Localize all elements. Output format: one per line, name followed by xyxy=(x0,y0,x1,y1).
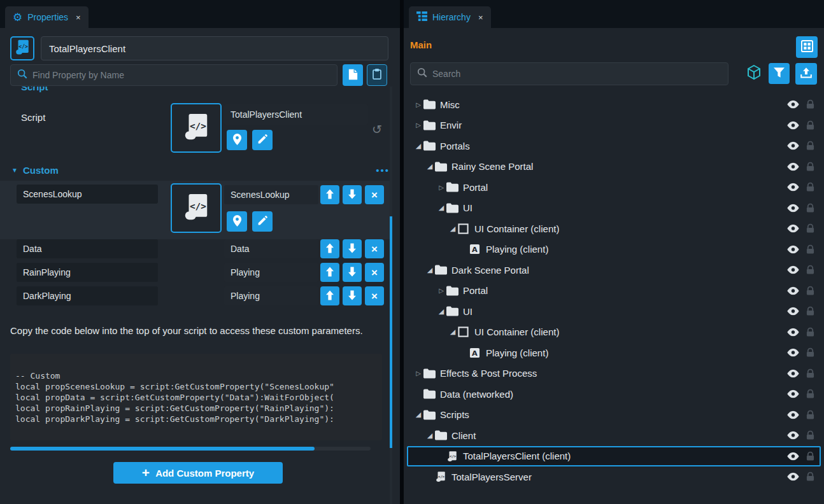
lock-icon[interactable] xyxy=(806,389,814,399)
visibility-eye-icon[interactable] xyxy=(787,162,799,171)
expand-arrow-expanded-icon[interactable]: ◢ xyxy=(448,328,458,336)
horizontal-scrollbar[interactable] xyxy=(10,447,371,451)
expand-arrow-collapsed-icon[interactable]: ▷ xyxy=(413,101,423,108)
visibility-eye-icon[interactable] xyxy=(787,121,799,129)
tab-hierarchy[interactable]: Hierarchy × xyxy=(409,6,491,28)
close-icon[interactable]: × xyxy=(76,13,81,22)
expand-arrow-expanded-icon[interactable]: ◢ xyxy=(425,431,435,440)
delete-property-button[interactable]: × xyxy=(365,286,384,305)
custom-property-name-field[interactable]: ScenesLookup xyxy=(17,185,158,204)
visibility-eye-icon[interactable] xyxy=(787,410,799,419)
visibility-eye-icon[interactable] xyxy=(787,431,799,440)
edit-script-button[interactable] xyxy=(252,211,273,232)
lock-icon[interactable] xyxy=(806,472,814,482)
script-asset-slot[interactable]: </> xyxy=(171,183,222,233)
paste-properties-button[interactable] xyxy=(367,64,387,86)
tree-item-scripts[interactable]: ◢Scripts xyxy=(407,405,821,426)
vertical-scrollbar-thumb[interactable] xyxy=(390,216,392,448)
visibility-eye-icon[interactable] xyxy=(787,328,799,336)
visibility-eye-icon[interactable] xyxy=(787,349,799,357)
section-menu-dots-icon[interactable]: ••• xyxy=(376,165,390,176)
script-value-field[interactable]: TotalPlayersClient xyxy=(224,104,368,125)
delete-property-button[interactable]: × xyxy=(365,263,384,282)
expand-arrow-expanded-icon[interactable]: ◢ xyxy=(448,225,458,233)
custom-property-value-field[interactable]: Playing xyxy=(224,286,318,305)
tree-item-playing-client[interactable]: APlaying (client) xyxy=(407,239,821,260)
visibility-eye-icon[interactable] xyxy=(787,473,799,481)
reset-property-icon[interactable]: ↺ xyxy=(372,122,382,137)
find-in-hierarchy-button[interactable] xyxy=(227,130,247,150)
tree-item-portal[interactable]: ▷Portal xyxy=(407,281,821,302)
move-up-button[interactable] xyxy=(320,239,339,258)
expand-arrow-expanded-icon[interactable]: ◢ xyxy=(413,410,423,419)
custom-property-name-field[interactable]: RainPlaying xyxy=(17,263,158,282)
lock-icon[interactable] xyxy=(806,100,814,109)
lock-icon[interactable] xyxy=(806,224,814,234)
expand-arrow-collapsed-icon[interactable]: ▷ xyxy=(413,370,423,377)
network-context-cube-icon[interactable] xyxy=(746,66,762,81)
tree-item-playing-client[interactable]: APlaying (client) xyxy=(407,342,821,363)
tree-item-data-networked[interactable]: Data (networked) xyxy=(407,384,821,405)
script-asset-slot[interactable]: </> xyxy=(171,103,222,153)
visibility-eye-icon[interactable] xyxy=(787,245,799,253)
delete-property-button[interactable]: × xyxy=(365,239,384,258)
visibility-eye-icon[interactable] xyxy=(787,390,799,398)
upload-button[interactable] xyxy=(795,63,817,85)
tree-item-effects-post-process[interactable]: ▷Effects & Post Process xyxy=(407,363,821,384)
add-custom-property-button[interactable]: + Add Custom Property xyxy=(113,462,283,484)
custom-property-value-field[interactable]: Playing xyxy=(224,263,318,282)
expand-arrow-collapsed-icon[interactable]: ▷ xyxy=(413,122,423,129)
custom-property-value-field[interactable]: Data xyxy=(224,239,318,258)
expand-arrow-expanded-icon[interactable]: ◢ xyxy=(425,162,435,171)
tree-item-totalplayersserver[interactable]: </>TotalPlayersServer xyxy=(407,466,821,487)
expand-arrow-expanded-icon[interactable]: ◢ xyxy=(436,307,446,316)
visibility-eye-icon[interactable] xyxy=(787,204,799,212)
tree-item-totalplayersclient-client[interactable]: </>TotalPlayersClient (client) xyxy=(407,446,821,467)
move-down-button[interactable] xyxy=(343,286,362,305)
tree-item-ui-container-client[interactable]: ◢UI Container (client) xyxy=(407,322,821,343)
move-up-button[interactable] xyxy=(320,185,339,204)
visibility-eye-icon[interactable] xyxy=(787,142,799,150)
lock-icon[interactable] xyxy=(806,348,814,358)
lock-icon[interactable] xyxy=(806,410,814,419)
lock-icon[interactable] xyxy=(806,203,814,213)
filter-button[interactable] xyxy=(769,63,790,84)
move-down-button[interactable] xyxy=(343,263,362,282)
custom-property-value-field[interactable]: ScenesLookup xyxy=(224,185,318,204)
visibility-eye-icon[interactable] xyxy=(787,266,799,274)
tree-item-envir[interactable]: ▷Envir xyxy=(407,115,821,136)
tree-item-rainy-scene-portal[interactable]: ◢Rainy Scene Portal xyxy=(407,157,821,178)
hierarchy-search-input[interactable] xyxy=(432,69,721,79)
tree-item-ui[interactable]: ◢UI xyxy=(407,198,821,219)
visibility-eye-icon[interactable] xyxy=(787,225,799,233)
lock-icon[interactable] xyxy=(806,183,814,192)
lock-icon[interactable] xyxy=(806,431,814,440)
expand-arrow-expanded-icon[interactable]: ◢ xyxy=(425,266,435,274)
edit-script-button[interactable] xyxy=(252,130,273,150)
visibility-eye-icon[interactable] xyxy=(787,286,799,295)
visibility-eye-icon[interactable] xyxy=(787,307,799,316)
lock-icon[interactable] xyxy=(806,244,814,254)
tree-item-misc[interactable]: ▷Misc xyxy=(407,94,821,115)
expand-arrow-expanded-icon[interactable]: ◢ xyxy=(436,204,446,212)
custom-property-name-field[interactable]: DarkPlaying xyxy=(17,286,158,305)
visibility-eye-icon[interactable] xyxy=(787,101,799,109)
lock-icon[interactable] xyxy=(806,307,814,316)
lock-icon[interactable] xyxy=(806,120,814,130)
lock-icon[interactable] xyxy=(806,368,814,378)
collapse-caret-icon[interactable]: ▼ xyxy=(11,167,18,174)
tree-item-client[interactable]: ◢Client xyxy=(407,425,821,446)
lock-icon[interactable] xyxy=(806,265,814,275)
expand-arrow-collapsed-icon[interactable]: ▷ xyxy=(436,287,446,294)
tree-item-portals[interactable]: ◢Portals xyxy=(407,136,821,157)
find-in-hierarchy-button[interactable] xyxy=(227,211,247,232)
move-down-button[interactable] xyxy=(343,185,362,204)
visibility-eye-icon[interactable] xyxy=(787,183,799,192)
tree-item-ui-container-client[interactable]: ◢UI Container (client) xyxy=(407,218,821,239)
move-up-button[interactable] xyxy=(320,286,339,305)
close-icon[interactable]: × xyxy=(478,13,483,22)
tab-properties[interactable]: ⚙ Properties × xyxy=(5,6,89,28)
script-name-input[interactable] xyxy=(41,36,388,60)
tree-item-ui[interactable]: ◢UI xyxy=(407,301,821,322)
lock-icon[interactable] xyxy=(806,162,814,171)
